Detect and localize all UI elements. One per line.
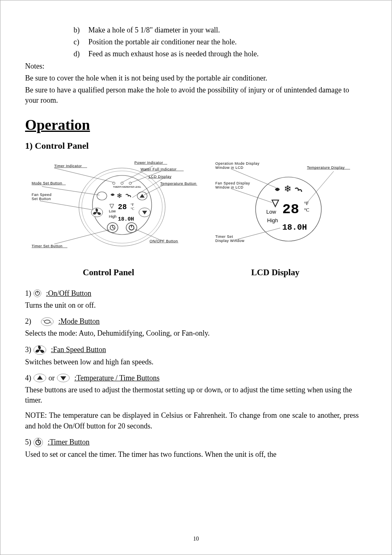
button-2-name: :Mode Button [58,316,100,327]
svg-point-5 [129,182,131,184]
svg-text:LCD Display: LCD Display [149,175,172,179]
button-1-name: :On/Off Button [46,288,91,299]
svg-text:Fan Speed: Fan Speed [32,193,52,197]
svg-text:Set Button: Set Button [32,197,51,201]
svg-text:Timer Indicator: Timer Indicator [54,164,82,168]
fan-icon [33,345,47,355]
caption-lcd-display: LCD Display [192,267,359,279]
svg-text:°C: °C [131,207,134,211]
svg-text:Window in LCD: Window in LCD [215,166,244,170]
svg-text:ON/OFF Button: ON/OFF Button [150,239,178,243]
button-4-note: NOTE: The temperature can be displayed i… [25,410,359,431]
or-text: or [48,373,55,383]
lcd-display-figure: ❄ Low High 28 °F °C 18.0H [214,160,354,254]
control-panel-figure: TIMER POWER WATER LEVEL ❄ [30,160,198,254]
notes-heading: Notes: [25,61,359,71]
list-item-c: c) Position the portable air conditioner… [74,37,359,47]
svg-text:18.0H: 18.0H [118,216,134,222]
svg-text:Mode Set Button: Mode Set Button [32,181,62,185]
svg-text:Display Window: Display Window [215,239,244,243]
button-5-num: 5) [25,437,31,447]
button-4-num: 4) [25,373,31,383]
svg-text:High: High [267,217,278,223]
svg-text:Temperature Display: Temperature Display [307,166,345,170]
svg-text:Fan Speed Display: Fan Speed Display [215,181,250,185]
down-arrow-icon [56,373,70,383]
svg-text:Water Full Indicator: Water Full Indicator [141,167,177,171]
svg-text:POWER: POWER [120,186,127,188]
svg-text:Low: Low [266,209,276,215]
button-3-desc: Switches between low and high fan speeds… [25,357,359,367]
svg-text:Timer Set Button: Timer Set Button [32,244,62,248]
svg-text:Power Indicator: Power Indicator [134,161,163,165]
svg-text:Timer Set: Timer Set [215,235,233,239]
mode-icon [40,317,54,327]
caption-control-panel: Control Panel [25,267,192,279]
power-icon [33,289,42,298]
list-item-d-text: Feed as much exhaust hose as is needed t… [88,49,258,59]
button-2-desc: Selects the mode: Auto, Dehumidifying, C… [25,328,359,339]
page-number: 10 [0,535,392,543]
svg-text:❄: ❄ [117,192,122,199]
button-4-desc: These buttons are used to adjust the the… [25,385,359,405]
notes-p1: Be sure to cover the hole when it is not… [25,73,359,83]
button-5-name: :Timer Button [48,437,90,447]
svg-text:°C: °C [304,207,309,213]
operation-heading: Operation [25,115,359,135]
notes-p2: Be sure to have a qualified person make … [25,85,359,106]
svg-text:Low: Low [109,209,116,213]
svg-text:28: 28 [282,202,299,217]
button-4-name: :Temperature / Time Buttons [74,373,159,383]
svg-text:Operation Mode Display: Operation Mode Display [215,161,260,166]
control-panel-heading: 1) Control Panel [25,140,359,152]
up-arrow-icon [33,373,47,383]
svg-text:28: 28 [118,203,127,211]
button-3-name: :Fan Speed Button [51,345,106,355]
button-1-desc: Turns the unit on or off. [25,300,359,311]
button-5-desc: Used to set or cancel the timer. The tim… [25,449,359,460]
list-item-c-text: Position the portable air conditioner ne… [88,37,237,47]
button-2-num: 2) [25,316,31,327]
list-item-b: b) Make a hole of 5 1/8" diameter in you… [74,25,359,35]
button-1-num: 1) [25,288,31,299]
svg-text:WATER LEVEL: WATER LEVEL [127,186,141,188]
svg-text:TIMER: TIMER [113,186,120,188]
svg-text:High: High [109,214,117,219]
svg-text:°F: °F [131,203,134,207]
svg-text:Window in LCD: Window in LCD [215,185,244,189]
svg-point-80 [44,320,50,323]
button-3-num: 3) [25,345,31,355]
list-item-b-text: Make a hole of 5 1/8" diameter in your w… [88,25,220,35]
timer-icon [33,437,44,448]
svg-text:18.0H: 18.0H [282,223,307,232]
list-item-d: d) Feed as much exhaust hose as is neede… [74,49,359,59]
svg-text:❄: ❄ [284,184,291,194]
svg-text:Temperature Button: Temperature Button [160,182,196,186]
